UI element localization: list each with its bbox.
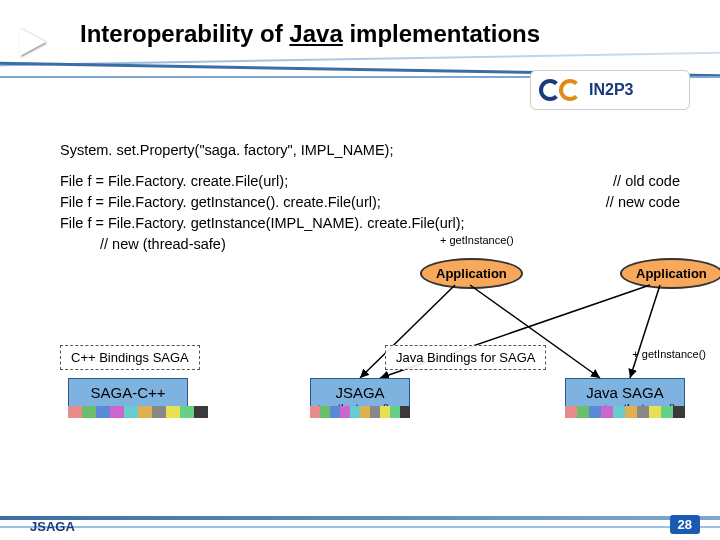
logo-text: IN2P3 bbox=[589, 81, 633, 99]
page-number: 28 bbox=[670, 515, 700, 534]
adaptor-palette bbox=[565, 406, 685, 418]
java-bindings-box: Java Bindings for SAGA bbox=[385, 345, 546, 370]
get-instance-label: + getInstance() bbox=[632, 348, 706, 360]
footer-label: JSAGA bbox=[30, 519, 75, 534]
adaptor-palette bbox=[310, 406, 410, 418]
adaptor-palette bbox=[68, 406, 208, 418]
code-line-1: System. set.Property("saga. factory", IM… bbox=[60, 140, 680, 161]
get-instance-label: + getInstance() bbox=[440, 234, 514, 246]
slide-bullet-arrow bbox=[20, 28, 46, 56]
architecture-diagram: + getInstance() Application Application … bbox=[40, 230, 700, 460]
application-node: Application bbox=[620, 258, 720, 289]
code-line-2: File f = File.Factory. create.File(url);… bbox=[60, 171, 680, 192]
ccin2p3-logo: IN2P3 bbox=[530, 70, 690, 110]
title-underlined: Java bbox=[289, 20, 342, 47]
application-node: Application bbox=[420, 258, 523, 289]
title-post: implementations bbox=[343, 20, 540, 47]
svg-line-3 bbox=[630, 285, 660, 378]
slide-title: Interoperability of Java implementations bbox=[80, 20, 720, 48]
code-line-3: File f = File.Factory. getInstance(). cr… bbox=[60, 192, 680, 213]
slide-footer: JSAGA 28 bbox=[0, 490, 720, 540]
title-pre: Interoperability of bbox=[80, 20, 289, 47]
cpp-bindings-box: C++ Bindings SAGA bbox=[60, 345, 200, 370]
saga-cpp-box: SAGA-C++ bbox=[68, 378, 188, 407]
